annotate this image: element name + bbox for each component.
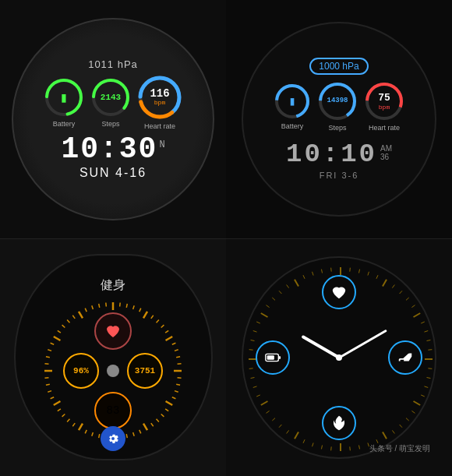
panel-1: 1011 hPa ▮ Battery [0,0,226,238]
svg-line-111 [272,418,275,420]
svg-line-131 [321,269,322,273]
time-block-2: 10:10 AM 36 [286,136,392,169]
gauge-circle-steps-1: 2143 [90,77,131,118]
svg-line-87 [428,349,432,350]
gear-button[interactable] [101,426,125,451]
watch-face-4 [242,256,436,459]
svg-line-92 [421,395,425,397]
gauge-steps-1: 2143 Steps [90,77,131,128]
svg-line-57 [44,378,48,379]
svg-line-83 [414,313,421,317]
fitness-widgets: 96% 3751 83 [63,312,163,429]
gauge-battery-1: ▮ Battery [44,77,84,128]
svg-line-75 [358,269,359,273]
svg-line-53 [54,401,61,405]
gear-icon [107,432,119,445]
svg-line-64 [58,331,61,333]
gauge-label-hr-1: Heart rate [144,122,175,130]
svg-line-16 [133,306,135,310]
svg-line-59 [44,364,48,365]
svg-rect-135 [278,356,281,359]
pressure-badge-2: 1000 hPa [309,58,368,75]
svg-line-78 [383,280,387,287]
svg-line-109 [287,430,289,433]
gauge-battery-2: ▮ Battery [274,83,311,130]
battery-icon-circle-4 [256,340,290,375]
svg-line-80 [400,291,402,294]
svg-line-72 [106,303,107,307]
svg-line-117 [249,368,253,369]
hr-value-1: 116 [150,88,169,99]
svg-line-17 [139,309,141,312]
svg-line-40 [133,432,135,436]
svg-line-74 [350,267,351,271]
time-2: 10:10 [286,139,377,169]
fire-widget: 83 [94,392,132,429]
svg-line-90 [427,377,431,378]
svg-line-116 [251,377,255,378]
svg-line-62 [51,343,55,344]
steps-value-1: 2143 [101,93,121,102]
svg-line-52 [58,409,61,411]
svg-line-54 [51,397,55,399]
svg-line-95 [406,418,409,420]
svg-line-130 [313,272,314,276]
svg-line-63 [54,337,61,340]
svg-line-26 [176,357,180,358]
svg-line-55 [48,391,51,393]
date-2: FRI 3-6 [320,171,359,180]
svg-line-81 [406,298,409,300]
heart-circle-4 [322,275,356,309]
svg-line-79 [392,284,394,287]
battery-widget: 96% [63,353,99,389]
svg-line-71 [99,304,100,308]
fire-svg-4 [330,414,348,432]
svg-line-107 [303,439,305,443]
svg-line-33 [166,401,173,405]
svg-line-47 [85,430,87,434]
svg-line-96 [400,425,402,428]
svg-line-70 [92,306,94,310]
heart-icon-circle-4 [322,275,356,309]
svg-line-113 [261,401,268,405]
svg-line-105 [321,445,322,449]
svg-line-22 [165,331,168,333]
svg-line-126 [279,291,281,294]
ampm-block-2: AM 36 [380,144,392,161]
watch-face-4-container: 头条号 / 萌宝发明 [242,256,436,459]
svg-line-29 [178,378,182,379]
gauge-heartrate-2: 75 bpm Heart rate [364,81,404,132]
run-svg-4 [397,349,414,366]
svg-line-114 [256,395,260,397]
svg-line-110 [279,425,281,428]
fire-circle-4 [322,406,356,440]
watermark: 头条号 / 萌宝发明 [369,443,430,454]
svg-line-125 [272,298,275,300]
svg-line-61 [48,350,51,351]
svg-line-45 [99,434,100,438]
gauge-label-hr-2: Heart rate [369,124,400,132]
svg-line-27 [178,364,182,365]
gauge-arc-battery-2 [274,83,311,120]
panel-3: 健身 [0,238,226,477]
gauge-label-battery-1: Battery [53,120,76,128]
run-circle-4 [388,340,422,375]
ampm-2: AM [380,144,392,153]
battery-svg-4 [264,349,281,366]
gauge-label-steps-1: Steps [101,120,119,128]
gauge-heartrate-1: 116 bpm Heart rate [137,75,182,130]
gauge-steps-2: 14398 Steps [317,81,358,132]
svg-line-86 [427,340,431,340]
svg-line-93 [414,401,421,405]
heart-svg-4 [330,284,348,301]
svg-line-132 [331,267,332,271]
svg-line-121 [253,330,257,332]
hr-unit-1: bpm [150,99,169,106]
svg-line-101 [358,445,359,449]
time-1: 10:30 [61,135,157,164]
svg-line-84 [421,322,425,323]
pressure-1: 1011 hPa [88,58,138,70]
battery-circle-4 [256,340,290,375]
svg-line-120 [251,340,255,340]
gauge-circle-steps-2: 14398 [317,81,358,122]
